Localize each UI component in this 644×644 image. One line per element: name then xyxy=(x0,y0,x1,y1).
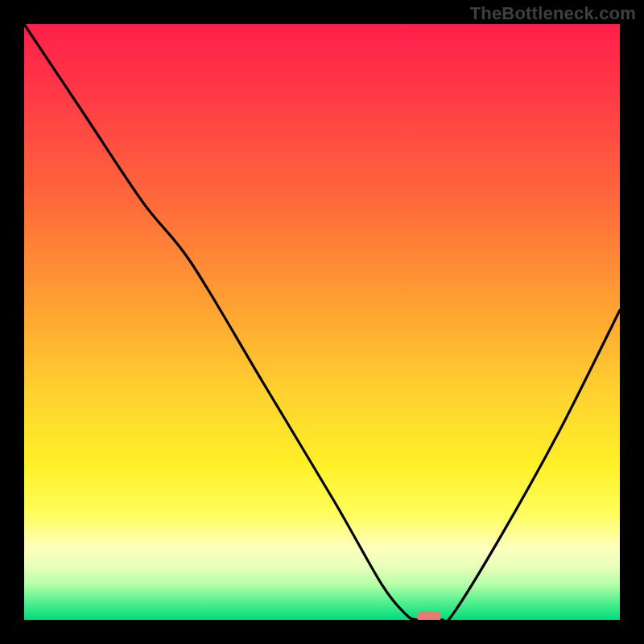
bottleneck-curve xyxy=(24,24,620,620)
plot-area xyxy=(24,24,620,620)
curve-layer xyxy=(24,24,620,620)
watermark-text: TheBottleneck.com xyxy=(470,3,636,24)
chart-frame: TheBottleneck.com xyxy=(0,0,644,644)
optimal-marker xyxy=(417,611,441,620)
